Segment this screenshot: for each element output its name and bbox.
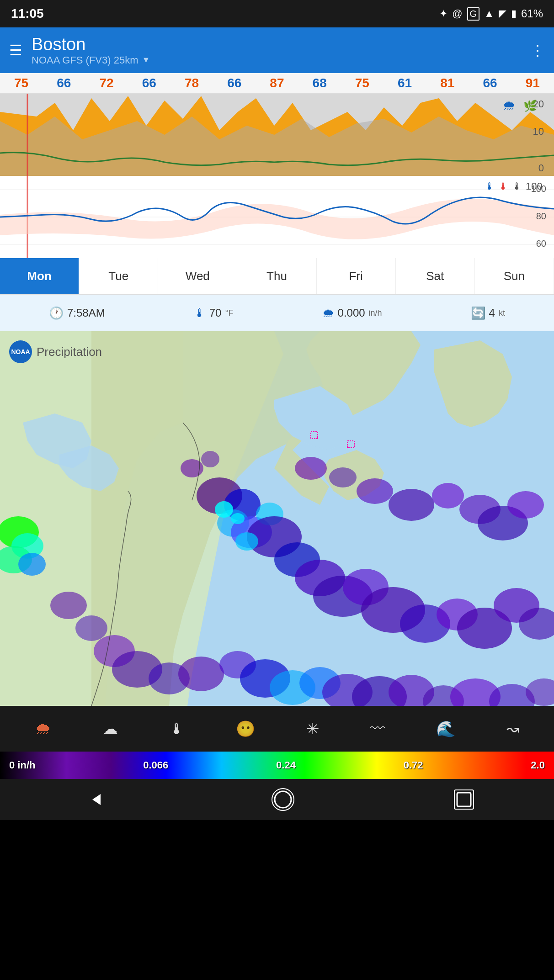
status-bar: 11:05 ✦ @ G ▲ ◤ ▮ 61%	[0, 0, 554, 27]
tab-sat[interactable]: Sat	[396, 258, 475, 294]
precipitation-chart: 20 10 0 🌧 🌿	[0, 94, 554, 176]
svg-text:🌡: 🌡	[485, 180, 495, 192]
city-info: Boston NOAA GFS (FV3) 25km ▼	[32, 35, 150, 66]
tab-sun[interactable]: Sun	[475, 258, 554, 294]
temp-12: 66	[483, 76, 497, 90]
wind-face-button[interactable]: 😶	[236, 720, 255, 738]
flow-button[interactable]: ↝	[506, 720, 519, 738]
svg-point-46	[215, 501, 233, 518]
time-info: 🕐 7:58AM	[49, 306, 105, 320]
bottom-icons-row: 🌧 ☁ 🌡 😶 ✳ 〰 🌊 ↝	[0, 706, 554, 752]
svg-point-26	[201, 451, 219, 467]
svg-point-47	[231, 513, 245, 524]
temp-13: 91	[526, 76, 540, 90]
svg-text:60: 60	[536, 238, 546, 249]
recent-apps-button[interactable]	[454, 789, 474, 810]
model-info[interactable]: NOAA GFS (FV3) 25km ▼	[32, 54, 150, 66]
battery-icon: ▮	[511, 8, 517, 20]
svg-text:80: 80	[536, 211, 546, 221]
svg-point-54	[75, 615, 107, 641]
tab-fri[interactable]: Fri	[317, 258, 396, 294]
color-scale: 0 in/h 0.066 0.24 0.72 2.0	[0, 752, 554, 779]
svg-point-53	[50, 592, 87, 619]
temp-10: 61	[398, 76, 412, 90]
current-button[interactable]: 🌊	[436, 720, 455, 738]
precip-unit: in/h	[369, 308, 382, 318]
svg-point-73	[275, 791, 291, 808]
temp-7: 87	[270, 76, 284, 90]
wind-icon: 🔄	[471, 306, 485, 320]
precip-info: 🌧 0.000 in/h	[322, 306, 382, 320]
svg-marker-72	[92, 794, 101, 805]
svg-point-48	[235, 532, 258, 551]
battery-percent: 61%	[521, 7, 543, 20]
tab-tue[interactable]: Tue	[79, 258, 158, 294]
svg-text:0: 0	[538, 162, 544, 174]
city-name: Boston	[32, 35, 150, 54]
precip-icon: 🌧	[322, 306, 334, 320]
svg-point-52	[18, 553, 46, 576]
svg-point-31	[432, 483, 464, 509]
svg-text:🌡: 🌡	[512, 180, 522, 192]
tab-wed[interactable]: Wed	[158, 258, 237, 294]
navigation-bar	[0, 779, 554, 820]
svg-point-34	[507, 491, 544, 519]
svg-text:10: 10	[533, 126, 544, 137]
svg-point-29	[357, 478, 393, 504]
at-icon: @	[452, 8, 462, 20]
scale-label-2: 0.24	[276, 759, 296, 771]
svg-point-58	[178, 657, 224, 691]
map-container[interactable]: NOAA Precipitation	[0, 331, 554, 706]
temp-3: 72	[99, 76, 113, 90]
map-label: NOAA Precipitation	[9, 340, 102, 363]
back-button[interactable]	[80, 784, 112, 816]
cloud-button[interactable]: ☁	[102, 720, 118, 738]
scale-label-3: 0.72	[404, 759, 423, 771]
map-title: Precipitation	[37, 345, 102, 359]
svg-point-25	[181, 459, 203, 477]
temp-11: 81	[440, 76, 454, 90]
temp-5: 78	[185, 76, 199, 90]
scale-labels: 0 in/h 0.066 0.24 0.72 2.0	[0, 752, 554, 779]
more-options-button[interactable]: ⋮	[530, 42, 545, 59]
temp-6: 66	[227, 76, 241, 90]
status-time: 11:05	[11, 6, 44, 21]
svg-text:🌿: 🌿	[523, 99, 537, 112]
clock-icon: 🕐	[49, 306, 64, 320]
temp-9: 75	[355, 76, 369, 90]
temperature-row: 75 66 72 66 78 66 87 68 75 61 81 66 91	[0, 73, 554, 94]
svg-point-28	[329, 467, 357, 487]
noaa-logo: NOAA	[9, 340, 32, 363]
temperature-trend-chart: 100 80 60 🌡 🌡 🌡 100	[0, 176, 554, 258]
info-row: 🕐 7:58AM 🌡 70 °F 🌧 0.000 in/h 🔄 4 kt	[0, 295, 554, 331]
ge-icon: G	[467, 7, 480, 21]
scale-label-4: 2.0	[531, 759, 545, 771]
home-button[interactable]	[272, 788, 294, 811]
wind-unit: kt	[499, 308, 505, 318]
day-tabs: Mon Tue Wed Thu Fri Sat Sun	[0, 258, 554, 295]
scale-label-0: 0 in/h	[9, 759, 35, 771]
tab-thu[interactable]: Thu	[237, 258, 316, 294]
app-header: ☰ Boston NOAA GFS (FV3) 25km ▼ ⋮	[0, 27, 554, 73]
temp-value: 70	[209, 307, 222, 319]
wind-button[interactable]: ✳	[306, 720, 319, 738]
precipitation-button[interactable]: 🌧	[35, 719, 51, 738]
menu-button[interactable]: ☰	[9, 42, 22, 59]
notification-icon: ✦	[439, 8, 447, 20]
svg-text:🌡: 🌡	[498, 180, 508, 192]
thermometer-button[interactable]: 🌡	[169, 720, 185, 738]
wifi-icon: ▲	[484, 8, 494, 20]
model-dropdown-arrow[interactable]: ▼	[142, 55, 150, 65]
wind-value: 4	[489, 307, 495, 319]
wind-info: 🔄 4 kt	[471, 306, 505, 320]
temp-1: 75	[14, 76, 28, 90]
temp-unit: °F	[225, 308, 233, 318]
temp-2: 66	[57, 76, 71, 90]
wave-button[interactable]: 〰	[370, 720, 385, 737]
tab-mon[interactable]: Mon	[0, 258, 79, 294]
svg-rect-74	[457, 793, 471, 806]
svg-point-27	[295, 457, 327, 480]
svg-point-30	[389, 489, 434, 521]
status-icons: ✦ @ G ▲ ◤ ▮ 61%	[439, 7, 543, 21]
svg-text:100: 100	[526, 180, 543, 192]
